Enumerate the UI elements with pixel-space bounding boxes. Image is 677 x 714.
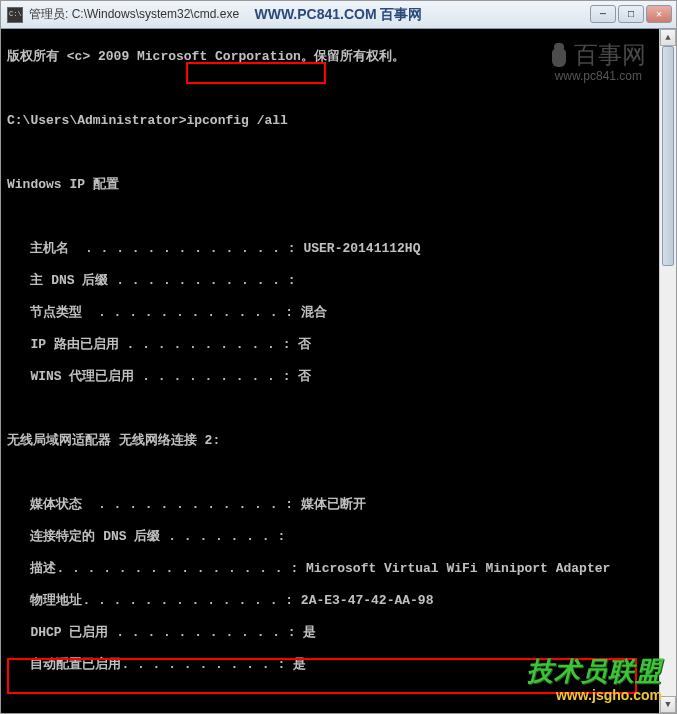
watermark-top-url: www.pc841.com	[555, 69, 642, 83]
watermark-bottom-url: www.jsgho.com	[527, 687, 662, 703]
site-header-watermark: WWW.PC841.COM 百事网	[254, 6, 422, 24]
window-titlebar: 管理员: C:\Windows\system32\cmd.exe WWW.PC8…	[1, 1, 676, 29]
conn-dns-label-2: 连接特定的 DNS 后缀 . . . . . . . :	[7, 529, 293, 544]
scroll-thumb[interactable]	[662, 46, 674, 266]
scroll-track[interactable]	[660, 46, 676, 696]
node-type-label: 节点类型 . . . . . . . . . . . . :	[7, 305, 301, 320]
node-type-value: 混合	[301, 305, 327, 320]
maximize-button[interactable]: □	[618, 5, 644, 23]
auto-label-2: 自动配置已启用. . . . . . . . . . :	[7, 657, 293, 672]
vertical-scrollbar[interactable]: ▲ ▼	[659, 29, 676, 713]
watermark-bottom-text: 技术员联盟	[527, 654, 662, 689]
host-name-value: USER-20141112HQ	[303, 241, 420, 256]
media-state-value: 媒体已断开	[301, 497, 366, 512]
watermark-bottom: 技术员联盟 www.jsgho.com	[527, 654, 662, 703]
watermark-top: 百事网	[550, 39, 646, 71]
primary-dns-label: 主 DNS 后缀 . . . . . . . . . . . :	[7, 273, 303, 288]
close-button[interactable]: ✕	[646, 5, 672, 23]
phys-label-2: 物理地址. . . . . . . . . . . . . :	[7, 593, 301, 608]
desc-label-2: 描述. . . . . . . . . . . . . . . :	[7, 561, 306, 576]
window-controls: ─ □ ✕	[590, 5, 672, 23]
host-name-label: 主机名 . . . . . . . . . . . . . :	[7, 241, 303, 256]
dhcp-label-2: DHCP 已启用 . . . . . . . . . . . :	[7, 625, 303, 640]
ip-routing-label: IP 路由已启用 . . . . . . . . . . :	[7, 337, 298, 352]
media-state-label: 媒体状态 . . . . . . . . . . . . :	[7, 497, 301, 512]
command-text: ipconfig /all	[186, 113, 287, 128]
scroll-up-arrow[interactable]: ▲	[660, 29, 676, 46]
adapter-2-title: 无线局域网适配器 无线网络连接 2:	[7, 433, 670, 449]
watermark-top-text: 百事网	[574, 39, 646, 71]
minimize-button[interactable]: ─	[590, 5, 616, 23]
scroll-down-arrow[interactable]: ▼	[660, 696, 676, 713]
baishi-mascot-icon	[550, 43, 568, 67]
window-title: 管理员: C:\Windows\system32\cmd.exe	[29, 6, 239, 23]
auto-value-2: 是	[293, 657, 306, 672]
phys-value-2: 2A-E3-47-42-AA-98	[301, 593, 434, 608]
wins-value: 否	[298, 369, 311, 384]
desc-value-2: Microsoft Virtual WiFi Miniport Adapter	[306, 561, 610, 576]
terminal-content[interactable]: 版权所有 <c> 2009 Microsoft Corporation。保留所有…	[1, 29, 676, 713]
ip-config-heading: Windows IP 配置	[7, 177, 670, 193]
wins-label: WINS 代理已启用 . . . . . . . . . :	[7, 369, 298, 384]
prompt: C:\Users\Administrator>	[7, 113, 186, 128]
ip-routing-value: 否	[298, 337, 311, 352]
dhcp-value-2: 是	[303, 625, 316, 640]
cmd-icon	[7, 7, 23, 23]
